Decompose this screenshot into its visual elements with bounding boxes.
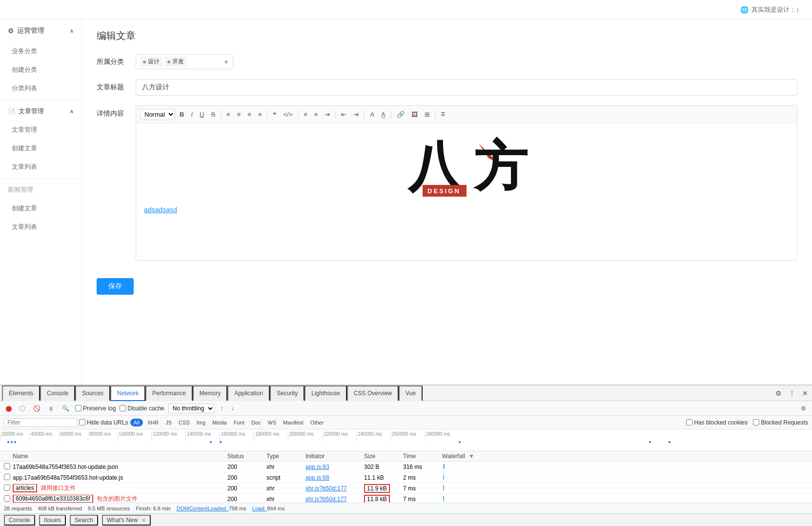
toolbar-image[interactable]: 🖼 — [409, 110, 420, 119]
devtools-settings-btn2[interactable]: ⚙ — [799, 404, 808, 413]
devtools-tab-application[interactable]: Application — [227, 385, 270, 401]
article-title-input[interactable] — [136, 79, 797, 96]
filter-button[interactable]: ⫼ — [46, 404, 56, 413]
sidebar-item-article-manage[interactable]: 文章管理 — [0, 121, 81, 139]
table-row[interactable]: 609b4650a8f61e3310383c6f 包含的图片文件 200 xhr… — [0, 494, 812, 503]
sidebar-item-news-create[interactable]: 创建文章 — [0, 199, 81, 218]
category-select[interactable]: 设计 开发 ▼ — [136, 54, 233, 69]
throttle-select[interactable]: No throttling — [168, 404, 215, 413]
import-button[interactable]: ↑ — [219, 404, 225, 413]
toolbar-quote[interactable]: ❝ — [270, 110, 279, 119]
row-name-3: articles 调用接口文件 — [13, 484, 227, 492]
hide-data-urls-label[interactable]: Hide data URLs — [79, 419, 128, 426]
toolbar-strikethrough[interactable]: S — [208, 110, 218, 119]
sidebar-item-article-list[interactable]: 文章列表 — [0, 158, 81, 176]
toolbar-align-right[interactable]: ≡ — [245, 110, 254, 119]
has-blocked-checkbox[interactable] — [686, 419, 692, 425]
toolbar-bold[interactable]: B — [177, 110, 186, 119]
filter-xhr[interactable]: XHR — [145, 419, 161, 426]
filter-img[interactable]: Img — [194, 419, 208, 426]
filter-media[interactable]: Media — [210, 419, 229, 426]
toolbar-align-justify[interactable]: ≡ — [256, 110, 264, 119]
search-button[interactable]: 🔍 — [60, 404, 71, 413]
bottom-tab-console[interactable]: Console — [4, 515, 35, 526]
devtools-tab-sources[interactable]: Sources — [75, 385, 110, 401]
preserve-log-label[interactable]: Preserve log — [75, 405, 116, 412]
toolbar-link[interactable]: 🔗 — [394, 110, 407, 119]
sidebar-item-business-category[interactable]: 业务分类 — [0, 42, 81, 61]
sidebar-item-category-list[interactable]: 分类列表 — [0, 79, 81, 98]
bottom-tab-issues[interactable]: Issues — [39, 515, 66, 526]
toolbar-ol[interactable]: ≡ — [301, 110, 310, 119]
filter-font[interactable]: Font — [231, 419, 247, 426]
toolbar-table[interactable]: ⊞ — [422, 110, 432, 119]
devtools-tab-security[interactable]: Security — [270, 385, 304, 401]
toolbar-clear-format[interactable]: T̶ — [439, 110, 447, 119]
hide-data-urls-checkbox[interactable] — [79, 419, 85, 425]
filter-all[interactable]: All — [130, 419, 143, 426]
devtools-settings-button[interactable]: ⚙ — [773, 387, 784, 399]
sidebar-section-operations[interactable]: ⚙ 运营管理 ∧ — [0, 20, 81, 42]
sidebar-item-create-article[interactable]: 创建文章 — [0, 139, 81, 158]
row-waterfall-1 — [442, 464, 808, 470]
sidebar-item-news-list[interactable]: 文章列表 — [0, 218, 81, 236]
blocked-requests-checkbox[interactable] — [753, 419, 759, 425]
filter-input[interactable] — [4, 418, 77, 427]
devtools-tab-elements[interactable]: Elements — [2, 385, 40, 401]
devtools-tab-vue[interactable]: Vue — [399, 385, 423, 401]
table-row[interactable]: app.17aa69b548a7554f3653.hot-update.js 2… — [0, 472, 812, 483]
col-header-waterfall: Waterfall ▼ — [442, 453, 808, 460]
load-time: Load: 844 ms — [252, 506, 285, 511]
table-row[interactable]: 17aa69b548a7554f3653.hot-update.json 200… — [0, 462, 812, 472]
devtools-more-button[interactable]: ⋮ — [787, 387, 797, 399]
toolbar-indent[interactable]: ⇥ — [322, 110, 332, 119]
export-button[interactable]: ↓ — [229, 404, 236, 413]
editor-content[interactable]: 八 方 DESIGN adsadsasd — [136, 123, 797, 260]
timeline-dot-5 — [220, 441, 222, 443]
top-bar-icon: 🌐 — [740, 6, 749, 14]
bottom-tab-whats-new[interactable]: What's New ✕ — [102, 515, 151, 526]
devtools-tab-performance[interactable]: Performance — [145, 385, 193, 401]
sidebar-section-articles[interactable]: 📄 文章管理 ∧ — [0, 102, 81, 121]
record-button[interactable] — [4, 404, 14, 413]
filter-ws[interactable]: WS — [265, 419, 279, 426]
table-row[interactable]: articles 调用接口文件 200 xhr xhr.js?b50d:177 … — [0, 483, 812, 494]
filter-doc[interactable]: Doc — [249, 419, 264, 426]
toolbar-align-center[interactable]: ≡ — [235, 110, 244, 119]
devtools-tab-network[interactable]: Network — [110, 385, 145, 401]
chevron-down-icon: ▼ — [223, 59, 229, 65]
devtools-tab-console[interactable]: Console — [40, 385, 75, 401]
toolbar-code[interactable]: </> — [281, 110, 295, 119]
toolbar-italic[interactable]: I — [188, 110, 195, 119]
devtools-tab-lighthouse[interactable]: Lighthouse — [304, 385, 347, 401]
toolbar-highlight[interactable]: A̲ — [379, 110, 388, 119]
editor-text-content[interactable]: adsadsasd — [144, 206, 789, 214]
blocked-requests-label[interactable]: Blocked Requests — [753, 419, 808, 426]
disable-cache-label[interactable]: Disable cache — [120, 405, 164, 412]
disable-cache-checkbox[interactable] — [120, 405, 126, 411]
toolbar-indent-right[interactable]: ⇥ — [351, 110, 361, 119]
devtools-tab-memory[interactable]: Memory — [193, 385, 227, 401]
filter-js[interactable]: JS — [163, 419, 174, 426]
editor-mode-select[interactable]: Normal — [140, 109, 175, 120]
toolbar-underline[interactable]: U — [197, 110, 206, 119]
save-button[interactable]: 保存 — [97, 278, 134, 295]
toolbar-font-color[interactable]: A — [367, 110, 377, 119]
stop-record-button[interactable] — [18, 404, 27, 413]
rich-editor: Normal B I U S ≡ ≡ ≡ ≡ ❝ </> ≡ ≡ — [136, 105, 797, 261]
bottom-tab-search[interactable]: Search — [70, 515, 98, 526]
sidebar-item-create-category[interactable]: 创建分类 — [0, 61, 81, 79]
clear-button[interactable]: 🚫 — [31, 404, 42, 413]
filter-other[interactable]: Other — [308, 419, 326, 426]
timeline-dot-4 — [210, 441, 212, 443]
devtools-close-button[interactable]: ✕ — [800, 387, 810, 399]
close-icon[interactable]: ✕ — [142, 517, 146, 523]
preserve-log-checkbox[interactable] — [75, 405, 81, 411]
filter-css[interactable]: CSS — [176, 419, 192, 426]
has-blocked-label[interactable]: Has blocked cookies — [686, 419, 748, 426]
devtools-tab-css-overview[interactable]: CSS Overview — [347, 385, 399, 401]
toolbar-align-left[interactable]: ≡ — [224, 110, 233, 119]
toolbar-indent-left[interactable]: ⇤ — [339, 110, 349, 119]
filter-manifest[interactable]: Manifest — [281, 419, 306, 426]
toolbar-ul[interactable]: ≡ — [312, 110, 321, 119]
